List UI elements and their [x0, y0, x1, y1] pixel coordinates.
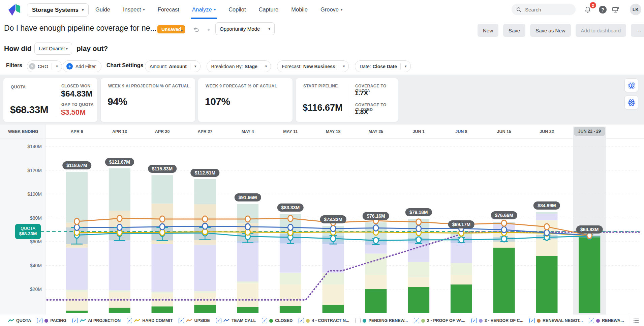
- legend-checkbox[interactable]: ✓: [216, 318, 221, 323]
- divider: [400, 63, 401, 70]
- gap-value: $3.50M: [61, 108, 86, 117]
- date-column-12[interactable]: JUN 22: [540, 129, 554, 134]
- nav-item-guide[interactable]: Guide: [95, 0, 110, 19]
- help-icon[interactable]: ?: [599, 6, 607, 13]
- nav-item-mobile[interactable]: Mobile: [291, 0, 308, 19]
- date-column-9[interactable]: JUN 1: [412, 129, 424, 134]
- legend-label: PENDING RENEW...: [368, 318, 408, 323]
- legend-checkbox[interactable]: ✓: [355, 318, 361, 323]
- setting-pill-breakdown-by-[interactable]: Breakdown By:Stage▾: [207, 60, 271, 72]
- svg-text:$: $: [631, 84, 633, 87]
- legend-label: AI PROJECTION: [88, 318, 121, 323]
- system-settings-icon: [612, 6, 620, 14]
- legend-item-hard-commit[interactable]: ✓HARD COMMIT: [127, 318, 173, 323]
- legend-item-pacing[interactable]: ✓PACING: [37, 318, 66, 323]
- date-column-7[interactable]: MAY 18: [326, 129, 341, 134]
- nav-item-label: Forecast: [158, 6, 179, 13]
- avatar[interactable]: LK: [630, 4, 641, 15]
- nav-item-label: Mobile: [291, 6, 308, 13]
- y-axis-column: [0, 125, 45, 315]
- search-box[interactable]: [512, 4, 576, 15]
- legend-label: HARD COMMIT: [142, 318, 173, 323]
- date-column-4[interactable]: APR 27: [197, 129, 212, 134]
- save-as-new-button[interactable]: Save as New: [530, 24, 571, 37]
- legend-item-4-contract-n-[interactable]: ✓4 - CONTRACT N...: [299, 318, 349, 323]
- period-select[interactable]: Last Quarter ▾: [34, 43, 72, 55]
- legend-label: RENEWA...: [602, 318, 624, 323]
- search-input[interactable]: [524, 6, 570, 13]
- legend-item-3-vendor-of-c-[interactable]: ✓3 - VENDOR OF C...: [471, 318, 523, 323]
- redo-dot-icon[interactable]: [208, 29, 210, 31]
- date-column-3[interactable]: APR 20: [155, 129, 170, 134]
- clari-logo: [7, 3, 21, 17]
- date-column-11[interactable]: JUN 15: [497, 129, 511, 134]
- date-column-6[interactable]: MAY 11: [283, 129, 298, 134]
- legend-checkbox[interactable]: ✓: [589, 318, 594, 323]
- legend-item-upside[interactable]: ✓UPSIDE: [179, 318, 210, 323]
- legend-item-team-call[interactable]: ✓TEAM CALL: [216, 318, 256, 323]
- legend-options-button[interactable]: [629, 315, 639, 326]
- new-button[interactable]: New: [478, 24, 498, 37]
- setting-pill-date-[interactable]: Date:Close Date▾: [355, 60, 410, 72]
- setting-value: Amount: [169, 64, 187, 69]
- date-column-2[interactable]: APR 13: [112, 129, 127, 134]
- legend-checkbox[interactable]: ✓: [37, 318, 42, 323]
- nav-item-groove[interactable]: Groove▾: [320, 0, 343, 19]
- save-button[interactable]: Save: [503, 24, 525, 37]
- legend-item-closed[interactable]: ✓CLOSED: [262, 318, 293, 323]
- legend-item-renewal-negot-[interactable]: ✓RENEWAL NEGOT...: [529, 318, 583, 323]
- legend-item-renewa-[interactable]: ✓RENEWA...: [589, 318, 624, 323]
- nav-item-label: Capture: [259, 6, 279, 13]
- nav-item-capture[interactable]: Capture: [259, 0, 279, 19]
- remove-filter-icon[interactable]: ✕: [29, 63, 35, 70]
- nav-item-forecast[interactable]: Forecast: [158, 0, 179, 19]
- currency-panel-button[interactable]: $: [624, 78, 638, 92]
- legend-checkbox[interactable]: ✓: [529, 318, 535, 323]
- legend-checkbox[interactable]: ✓: [299, 318, 304, 323]
- nav-item-inspect[interactable]: Inspect▾: [123, 0, 145, 19]
- nav-item-analyze[interactable]: Analyze▾: [192, 0, 216, 19]
- undo-icon[interactable]: [192, 26, 200, 33]
- legend-checkbox[interactable]: ✓: [471, 318, 477, 323]
- question-prefix: How did: [4, 45, 32, 53]
- legend-label: CLOSED: [275, 318, 293, 323]
- chevron-down-icon: ▾: [66, 47, 68, 51]
- legend-checkbox[interactable]: ✓: [262, 318, 267, 323]
- date-column-1[interactable]: APR 6: [71, 129, 83, 134]
- add-to-dashboard-button[interactable]: Add to dashboard: [576, 24, 626, 37]
- add-filter-button[interactable]: + Add Filter: [63, 60, 101, 72]
- chart-settings-pills: Amount:Amount▾Breakdown By:Stage▾Forecas…: [145, 60, 411, 72]
- chevron-down-icon: ▾: [143, 7, 145, 12]
- workspace-selector[interactable]: Storage Systems ▾: [27, 3, 89, 17]
- ai-projection-card: WEEK 9 AI PROJECTION % OF ACTUAL 94%: [101, 78, 195, 122]
- forecast-card: WEEK 9 FORECAST % OF ACTUAL 107%: [198, 78, 293, 122]
- title-chevron-down-icon[interactable]: ▾: [181, 28, 183, 33]
- chevron-down-icon: ▾: [263, 64, 270, 69]
- legend-checkbox[interactable]: ✓: [179, 318, 184, 323]
- date-column-8[interactable]: MAY 25: [368, 129, 383, 134]
- legend-list-icon: [633, 318, 639, 324]
- date-column-5[interactable]: MAY 4: [242, 129, 254, 134]
- --button[interactable]: ···: [631, 24, 644, 37]
- top-nav: Storage Systems ▾ GuideInspect▾ForecastA…: [0, 0, 644, 19]
- nav-item-copilot[interactable]: Copilot: [228, 0, 246, 19]
- forecast-value: 107%: [205, 96, 230, 107]
- system-status-button[interactable]: [611, 5, 620, 14]
- date-column-13[interactable]: JUN 22 - 29: [574, 127, 605, 136]
- setting-pill-amount-[interactable]: Amount:Amount▾: [145, 60, 201, 72]
- setting-pill-forecast-[interactable]: Forecast:New Business▾: [277, 60, 349, 72]
- header-divider: [0, 138, 644, 139]
- ai-panel-button[interactable]: [624, 96, 638, 109]
- date-column-10[interactable]: JUN 8: [455, 129, 467, 134]
- filter-chip-cro[interactable]: ✕ CRO ▾: [27, 60, 62, 72]
- legend-checkbox[interactable]: ✓: [72, 318, 78, 323]
- legend-item-pending-renew-[interactable]: ✓PENDING RENEW...: [355, 318, 408, 323]
- legend-checkbox[interactable]: ✓: [127, 318, 132, 323]
- chevron-down-icon[interactable]: ▾: [53, 64, 61, 69]
- main-nav: GuideInspect▾ForecastAnalyze▾CopilotCapt…: [95, 0, 343, 19]
- mode-select[interactable]: Opportunity Mode ▾: [215, 22, 275, 35]
- legend-item-ai-projection[interactable]: ✓AI PROJECTION: [72, 318, 121, 323]
- legend-checkbox[interactable]: ✓: [414, 318, 419, 323]
- legend-item-2-proof-of-va-[interactable]: ✓2 - PROOF OF VA...: [414, 318, 465, 323]
- legend-item-quota[interactable]: QUOTA: [8, 318, 31, 323]
